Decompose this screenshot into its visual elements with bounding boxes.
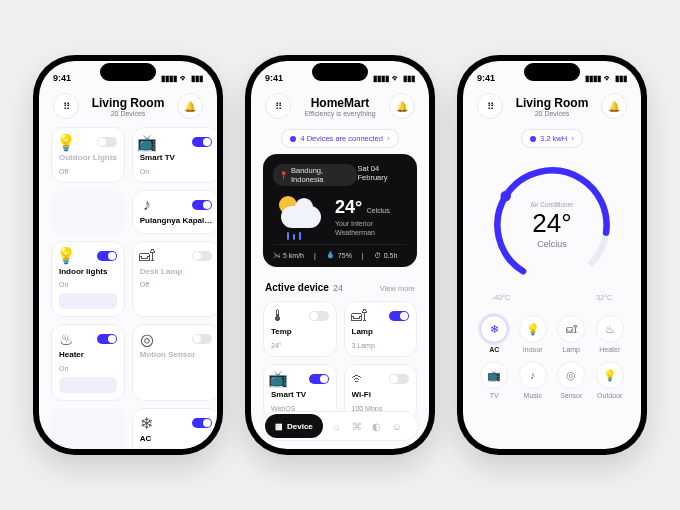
device-status: On bbox=[59, 365, 117, 372]
toggle[interactable] bbox=[309, 311, 329, 321]
chip-label: 4 Devices are connected bbox=[300, 134, 383, 143]
lamp-icon: 🛋 bbox=[557, 315, 585, 343]
device-name: AC bbox=[140, 435, 212, 444]
chevron-right-icon: › bbox=[387, 134, 390, 143]
toggle[interactable] bbox=[192, 334, 212, 344]
tab-stats[interactable]: ◐ bbox=[371, 420, 383, 432]
toggle[interactable] bbox=[309, 374, 329, 384]
weather-card[interactable]: 📍 Bandung, Indonesia Sat 04 February 24°… bbox=[263, 154, 417, 267]
notifications-button[interactable]: 🔔 bbox=[177, 93, 203, 119]
dial-max: 32°C bbox=[596, 294, 612, 301]
device-slider[interactable] bbox=[59, 377, 117, 393]
weather-desc1: Your Interior bbox=[335, 220, 390, 227]
dial-min: -40°C bbox=[492, 294, 510, 301]
device-name: Smart TV bbox=[271, 391, 329, 400]
bulb-icon: 💡 bbox=[59, 135, 73, 149]
device-card[interactable]: 🛋Desk LampOff bbox=[132, 241, 217, 318]
temperature-dial[interactable]: Air Conditioner 24° Celcius bbox=[487, 160, 617, 290]
control-tv[interactable]: 📺TV bbox=[479, 361, 510, 399]
toggle[interactable] bbox=[192, 200, 212, 210]
device-name: Wi-Fi bbox=[352, 391, 410, 400]
toggle[interactable] bbox=[192, 418, 212, 428]
device-name: Desk Lamp bbox=[140, 268, 212, 277]
tab-home[interactable]: ⌂ bbox=[331, 420, 343, 432]
ac-icon: ❄ bbox=[140, 416, 154, 430]
control-outdoor[interactable]: 💡Outdoor bbox=[595, 361, 626, 399]
device-slider[interactable] bbox=[59, 293, 117, 309]
weather-desc2: Weatherman bbox=[335, 229, 390, 236]
device-card[interactable]: ◎Motion Sensor bbox=[132, 324, 217, 401]
device-card bbox=[51, 408, 125, 449]
toggle[interactable] bbox=[192, 251, 212, 261]
status-time: 9:41 bbox=[53, 73, 71, 83]
bulb-icon: 💡 bbox=[596, 361, 624, 389]
signal-icon: ▮▮▮▮ bbox=[373, 74, 389, 83]
tv-icon: 📺 bbox=[271, 372, 285, 386]
music-icon: ♪ bbox=[519, 361, 547, 389]
toggle[interactable] bbox=[389, 311, 409, 321]
control-label: Indoor bbox=[523, 346, 543, 353]
device-card[interactable]: 💡Outdoor LightsOff bbox=[51, 127, 125, 183]
phone-living-room-devices: 9:41 ▮▮▮▮ ᯤ ▮▮▮ ⠿ Living Room 20 Devices… bbox=[33, 55, 223, 455]
dial-unit: Celcius bbox=[537, 239, 567, 249]
device-card[interactable]: 📺Smart TVOn bbox=[132, 127, 217, 183]
lamp-icon: 🛋 bbox=[140, 249, 154, 263]
menu-button[interactable]: ⠿ bbox=[53, 93, 79, 119]
control-ac[interactable]: ❄AC bbox=[479, 315, 510, 353]
control-label: AC bbox=[489, 346, 499, 353]
notifications-button[interactable]: 🔔 bbox=[389, 93, 415, 119]
device-card[interactable]: ❄ACOn bbox=[132, 408, 217, 449]
temp-icon: 🌡 bbox=[271, 309, 285, 323]
toggle[interactable] bbox=[389, 374, 409, 384]
wifi-icon: ᯤ bbox=[180, 74, 188, 83]
wifi-icon: ᯤ bbox=[352, 372, 366, 386]
device-card[interactable]: 🌡Temp24° bbox=[263, 301, 337, 357]
wind-icon: 🌬 bbox=[273, 252, 280, 259]
heater-icon: ♨ bbox=[596, 315, 624, 343]
device-status: Off bbox=[59, 168, 117, 175]
toggle[interactable] bbox=[97, 251, 117, 261]
device-name: Lamp bbox=[352, 328, 410, 337]
control-label: Music bbox=[524, 392, 542, 399]
view-more-link[interactable]: View more bbox=[380, 284, 415, 293]
phone-homemart: 9:41 ▮▮▮▮ ᯤ ▮▮▮ ⠿ HomeMart Efficiency is… bbox=[245, 55, 435, 455]
tab-tag[interactable]: ⌘ bbox=[351, 420, 363, 432]
sensor-icon: ◎ bbox=[557, 361, 585, 389]
menu-button[interactable]: ⠿ bbox=[265, 93, 291, 119]
device-card[interactable]: ♪Pulangnya Kapal… bbox=[132, 190, 217, 234]
device-card[interactable]: 💡Indoor lightsOn bbox=[51, 241, 125, 318]
weather-stats: 🌬5 km/h | 💧75% | ⏱0.5h bbox=[273, 244, 407, 259]
menu-button[interactable]: ⠿ bbox=[477, 93, 503, 119]
toggle[interactable] bbox=[97, 334, 117, 344]
connected-devices-chip[interactable]: 4 Devices are connected › bbox=[281, 129, 398, 148]
control-indoor[interactable]: 💡Indoor bbox=[518, 315, 549, 353]
device-card[interactable]: 🛋Lamp3 Lamp bbox=[344, 301, 418, 357]
control-label: Sensor bbox=[560, 392, 582, 399]
control-lamp[interactable]: 🛋Lamp bbox=[556, 315, 587, 353]
control-sensor[interactable]: ◎Sensor bbox=[556, 361, 587, 399]
grid-icon: ▦ bbox=[275, 422, 283, 431]
tab-profile[interactable]: ☺ bbox=[391, 420, 403, 432]
toggle[interactable] bbox=[97, 137, 117, 147]
energy-chip[interactable]: 3.2 kwH › bbox=[521, 129, 583, 148]
device-status: On bbox=[140, 168, 212, 175]
wifi-icon: ᯤ bbox=[604, 74, 612, 83]
sensor-icon: ◎ bbox=[140, 332, 154, 346]
device-name: Temp bbox=[271, 328, 329, 337]
page-title: HomeMart bbox=[304, 96, 375, 110]
tab-device[interactable]: ▦ Device bbox=[265, 414, 323, 438]
device-card[interactable]: ♨HeaterOn bbox=[51, 324, 125, 401]
phone-ac-dial: 9:41 ▮▮▮▮ ᯤ ▮▮▮ ⠿ Living Room 20 Devices… bbox=[457, 55, 647, 455]
status-time: 9:41 bbox=[265, 73, 283, 83]
toggle[interactable] bbox=[192, 137, 212, 147]
chevron-right-icon: › bbox=[571, 134, 574, 143]
signal-icon: ▮▮▮▮ bbox=[161, 74, 177, 83]
weather-temp: 24° bbox=[335, 197, 362, 217]
control-heater[interactable]: ♨Heater bbox=[595, 315, 626, 353]
device-name: Smart TV bbox=[140, 154, 212, 163]
heater-icon: ♨ bbox=[59, 332, 73, 346]
bulb-icon: 💡 bbox=[59, 249, 73, 263]
control-music[interactable]: ♪Music bbox=[518, 361, 549, 399]
notifications-button[interactable]: 🔔 bbox=[601, 93, 627, 119]
bulb-icon: 💡 bbox=[519, 315, 547, 343]
